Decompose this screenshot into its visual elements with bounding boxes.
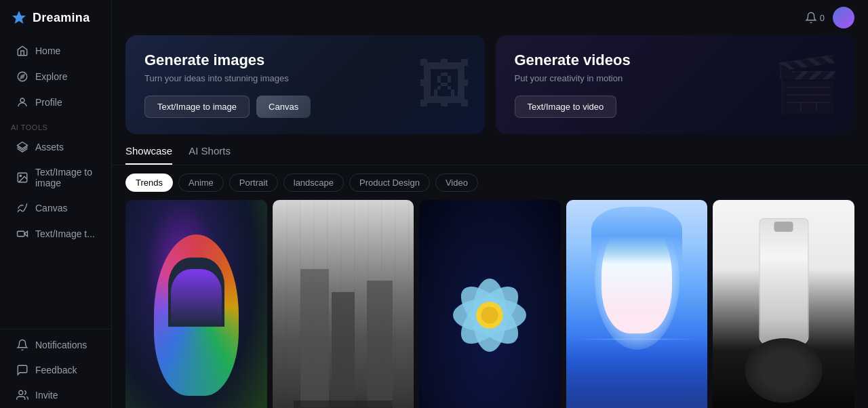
image-icon [16, 171, 28, 184]
grid-item-product[interactable]: Dreajin ♥ 0 👎 0 [713, 200, 854, 408]
svg-marker-2 [20, 75, 24, 79]
filter-video[interactable]: Video [435, 174, 478, 192]
logo[interactable]: Dreamina [0, 0, 111, 35]
grid-item-flower[interactable]: Dreajin ♥ 0 👎 1 [419, 200, 561, 408]
svg-point-9 [19, 390, 23, 394]
notification-bell[interactable]: 0 [805, 12, 825, 24]
filter-landscape[interactable]: landscape [283, 174, 344, 192]
sidebar-nav: Home Explore Profile AI tools Assets [0, 38, 111, 408]
sidebar-item-text-to-image[interactable]: Text/Image to image [5, 161, 106, 195]
grid-item-anime-girl[interactable]: Dreajin ♥ 1 👎 0 [566, 200, 708, 408]
generate-images-card: Generate images Turn your ideas into stu… [125, 35, 485, 134]
ai-tools-label: AI tools [0, 115, 111, 134]
user-icon [16, 96, 28, 108]
tab-showcase[interactable]: Showcase [125, 145, 172, 165]
generate-videos-buttons: Text/Image to video [515, 96, 836, 118]
sidebar-bottom: Notifications Feedback Invite [0, 329, 111, 408]
sidebar-item-canvas-label: Canvas [35, 203, 67, 213]
notification-count: 0 [820, 13, 825, 23]
user-avatar[interactable] [833, 7, 854, 28]
topbar: 0 [112, 0, 868, 35]
sidebar-item-notifications-label: Notifications [35, 340, 87, 350]
bell-topbar-icon [805, 12, 817, 24]
image-grid: Gelyn Lakwatsera ♥ 1 👎 8 [125, 200, 854, 408]
sidebar-item-profile[interactable]: Profile [5, 90, 106, 115]
svg-point-15 [481, 306, 498, 323]
layers-icon [16, 141, 28, 153]
sidebar: Dreamina Home Explore Profile AI tools [0, 0, 112, 408]
logo-icon [11, 9, 27, 26]
sidebar-item-assets[interactable]: Assets [5, 135, 106, 159]
filter-trends[interactable]: Trends [125, 174, 173, 192]
generate-videos-subtitle: Put your creativity in motion [515, 73, 836, 83]
generate-images-title: Generate images [144, 52, 466, 69]
brush-icon [16, 202, 28, 214]
sidebar-item-home[interactable]: Home [5, 39, 106, 63]
sidebar-item-text-to-video-label: Text/Image t... [35, 228, 95, 239]
compass-icon [16, 70, 28, 83]
svg-point-6 [20, 175, 21, 176]
generate-videos-title: Generate videos [515, 52, 836, 69]
sidebar-item-canvas[interactable]: Canvas [5, 196, 106, 220]
video-icon [16, 228, 28, 240]
svg-point-3 [20, 98, 24, 102]
text-image-to-image-button[interactable]: Text/Image to image [144, 96, 250, 118]
sidebar-item-notifications[interactable]: Notifications [5, 333, 106, 357]
sidebar-item-feedback-label: Feedback [35, 365, 77, 375]
bell-icon [16, 339, 28, 351]
text-image-to-video-button[interactable]: Text/Image to video [515, 96, 617, 118]
tabs-row: Showcase AI Shorts [112, 145, 868, 165]
filter-row: Trends Anime Portrait landscape Product … [112, 174, 868, 200]
generate-images-subtitle: Turn your ideas into stunning images [144, 73, 466, 83]
sidebar-item-profile-label: Profile [35, 97, 62, 108]
home-icon [16, 45, 28, 57]
message-icon [16, 364, 28, 376]
logo-text: Dreamina [33, 11, 90, 25]
sidebar-item-home-label: Home [35, 45, 60, 56]
sidebar-item-invite[interactable]: Invite [5, 383, 106, 407]
tab-ai-shorts[interactable]: AI Shorts [189, 145, 231, 165]
generate-images-buttons: Text/Image to image Canvas [144, 96, 466, 118]
sidebar-item-text-to-video[interactable]: Text/Image t... [5, 222, 106, 246]
sidebar-item-assets-label: Assets [35, 142, 64, 152]
grid-item-city[interactable]: jan 🌿 ✨ ♥ 2 👎 1 [273, 200, 414, 408]
filter-product-design[interactable]: Product Design [349, 174, 430, 192]
main-content: 0 Generate images Turn your ideas into s… [112, 0, 868, 408]
image-grid-scroll[interactable]: Gelyn Lakwatsera ♥ 1 👎 8 [112, 200, 868, 408]
sidebar-item-text-to-image-label: Text/Image to image [35, 167, 95, 188]
sidebar-item-explore[interactable]: Explore [5, 64, 106, 89]
sidebar-item-invite-label: Invite [35, 390, 58, 401]
filter-anime[interactable]: Anime [178, 174, 224, 192]
hero-section: Generate images Turn your ideas into stu… [112, 35, 868, 145]
filter-portrait[interactable]: Portrait [229, 174, 278, 192]
canvas-button[interactable]: Canvas [256, 96, 311, 118]
sidebar-item-explore-label: Explore [35, 71, 67, 82]
sidebar-item-feedback[interactable]: Feedback [5, 358, 106, 382]
svg-rect-7 [18, 231, 25, 237]
users-icon [16, 389, 28, 401]
generate-videos-card: Generate videos Put your creativity in m… [496, 35, 855, 134]
svg-marker-8 [24, 231, 28, 237]
grid-item-eagle[interactable]: Gelyn Lakwatsera ♥ 1 👎 8 [125, 200, 267, 408]
svg-marker-0 [12, 11, 26, 24]
